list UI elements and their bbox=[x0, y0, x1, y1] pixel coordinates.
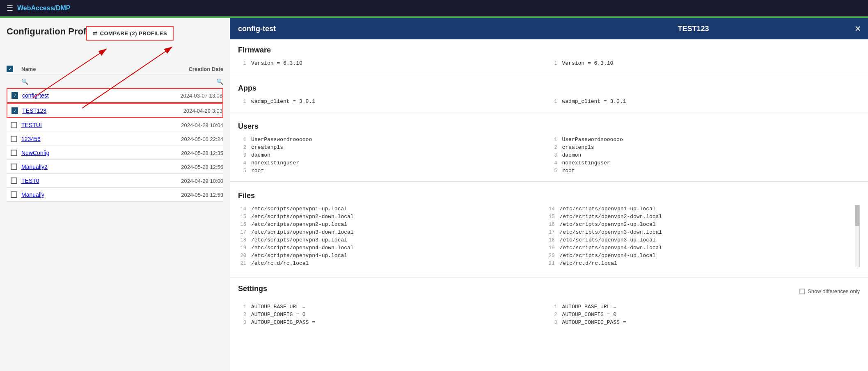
files-grid: 14/etc/scripts/openvpn1-up.local 15/etc/… bbox=[238, 205, 860, 267]
menu-icon[interactable]: ☰ bbox=[7, 4, 13, 13]
row-checkbox-7[interactable] bbox=[7, 178, 21, 184]
files-right-19: 19/etc/scripts/openvpn4-down.local bbox=[547, 244, 847, 252]
name-column-header: Name bbox=[21, 66, 158, 72]
files-right-15: 15/etc/scripts/openvpn2-down.local bbox=[547, 213, 847, 221]
files-right-21: 21/etc/rc.d/rc.local bbox=[547, 259, 847, 267]
compare-button[interactable]: ⇄ COMPARE (2) PROFILES bbox=[86, 26, 174, 41]
modal-body[interactable]: Firmware 1 Version = 6.3.10 1 Version = … bbox=[230, 39, 868, 371]
modal-header: config-test TEST123 ✕ bbox=[230, 18, 868, 39]
users-left-line-3: 3daemon bbox=[238, 151, 549, 159]
apps-left-col: 1 wadmp_client = 3.0.1 bbox=[238, 98, 549, 105]
modal-close-button[interactable]: ✕ bbox=[848, 18, 868, 39]
users-grid: 1UserPasswordnoooooo 2createnpls 3daemon… bbox=[238, 136, 860, 175]
users-right-col: 1UserPasswordnoooooo 2createnpls 3daemon… bbox=[549, 136, 860, 175]
files-right-14: 14/etc/scripts/openvpn1-up.local bbox=[547, 205, 847, 213]
row-date-1: 2024-03-07 13:08 bbox=[157, 93, 222, 99]
profile-link-8[interactable]: Manually bbox=[21, 191, 44, 198]
settings-left-line-3: 3AUTOUP_CONFIG_PASS = bbox=[238, 319, 549, 326]
files-scrollbar-thumb[interactable] bbox=[855, 205, 859, 226]
files-section: Files 14/etc/scripts/openvpn1-up.local 1… bbox=[230, 185, 868, 271]
settings-grid: 1AUTOUP_BASE_URL = 2AUTOUP_CONFIG = 0 3A… bbox=[238, 303, 860, 326]
profile-link-4[interactable]: 123456 bbox=[21, 136, 41, 142]
row-checkbox-4[interactable] bbox=[7, 136, 21, 142]
table-row: TESTUI 2024-04-29 10:04 bbox=[7, 118, 223, 132]
files-left-col: 14/etc/scripts/openvpn1-up.local 15/etc/… bbox=[238, 205, 538, 267]
users-title: Users bbox=[238, 122, 860, 131]
table-row: config-test 2024-03-07 13:08 bbox=[7, 88, 223, 103]
apps-divider bbox=[230, 112, 868, 112]
row-name-3: TESTUI bbox=[21, 122, 158, 128]
users-section: Users 1UserPasswordnoooooo 2createnpls 3… bbox=[230, 116, 868, 178]
compare-icon: ⇄ bbox=[93, 30, 98, 36]
profile-link-7[interactable]: TEST0 bbox=[21, 178, 39, 184]
files-left-19: 19/etc/scripts/openvpn4-down.local bbox=[238, 244, 538, 252]
files-left-21: 21/etc/rc.d/rc.local bbox=[238, 259, 538, 267]
apps-left-line-1: 1 wadmp_client = 3.0.1 bbox=[238, 98, 549, 105]
row-checkbox-8[interactable] bbox=[7, 191, 21, 198]
users-right-line-1: 1UserPasswordnoooooo bbox=[549, 136, 860, 143]
apps-right-line-1: 1 wadmp_client = 3.0.1 bbox=[549, 98, 860, 105]
row-date-6: 2024-05-28 12:56 bbox=[158, 164, 223, 170]
checkbox-7[interactable] bbox=[11, 178, 17, 184]
select-all-checkbox[interactable] bbox=[7, 66, 13, 72]
table-header: Name Creation Date bbox=[7, 66, 223, 75]
firmware-title: Firmware bbox=[238, 46, 860, 55]
profile-link-2[interactable]: TEST123 bbox=[22, 107, 46, 114]
profile-link-3[interactable]: TESTUI bbox=[21, 122, 42, 128]
row-checkbox-5[interactable] bbox=[7, 150, 21, 156]
row-checkbox-1[interactable] bbox=[7, 92, 22, 99]
files-left-16: 16/etc/scripts/openvpn2-up.local bbox=[238, 221, 538, 228]
files-left-15: 15/etc/scripts/openvpn2-down.local bbox=[238, 213, 538, 221]
table-row: TEST123 2024-04-29 3:03 bbox=[7, 103, 223, 118]
files-scrollbar[interactable] bbox=[855, 205, 860, 267]
checkbox-8[interactable] bbox=[11, 191, 17, 198]
settings-right-line-2: 2AUTOUP_CONFIG = 0 bbox=[549, 311, 860, 319]
checkbox-5[interactable] bbox=[11, 150, 17, 156]
modal-right-title: TEST123 bbox=[539, 25, 848, 33]
brand-logo: WebAccess/DMP bbox=[17, 5, 71, 12]
row-checkbox-3[interactable] bbox=[7, 122, 21, 128]
row-name-6: Manually2 bbox=[21, 164, 158, 170]
profile-link-1[interactable]: config-test bbox=[22, 92, 49, 99]
files-right-16: 16/etc/scripts/openvpn2-up.local bbox=[547, 221, 847, 228]
row-name-1: config-test bbox=[22, 92, 157, 99]
profiles-table: Name Creation Date 🔍 🔍 config-test 2024-… bbox=[7, 66, 223, 202]
checkbox-4[interactable] bbox=[11, 136, 17, 142]
profile-link-5[interactable]: NewConfig bbox=[21, 150, 49, 156]
row-checkbox-2[interactable] bbox=[7, 107, 22, 114]
row-name-2: TEST123 bbox=[22, 107, 157, 114]
show-diff-checkbox[interactable] bbox=[799, 289, 805, 294]
checkbox-1[interactable] bbox=[11, 92, 18, 99]
table-row: 123456 2024-05-06 22:24 bbox=[7, 132, 223, 146]
apps-section: Apps 1 wadmp_client = 3.0.1 1 wadmp_clie… bbox=[230, 77, 868, 109]
row-date-5: 2024-05-28 12:35 bbox=[158, 150, 223, 156]
settings-left-line-1: 1AUTOUP_BASE_URL = bbox=[238, 303, 549, 311]
profile-link-6[interactable]: Manually2 bbox=[21, 164, 48, 170]
files-left-18: 18/etc/scripts/openvpn3-up.local bbox=[238, 236, 538, 244]
firmware-left-line-1: 1 Version = 6.3.10 bbox=[238, 59, 549, 67]
firmware-section: Firmware 1 Version = 6.3.10 1 Version = … bbox=[230, 39, 868, 71]
users-left-line-2: 2createnpls bbox=[238, 143, 549, 151]
files-right-17: 17/etc/scripts/openvpn3-down.local bbox=[547, 228, 847, 236]
checkbox-3[interactable] bbox=[11, 122, 17, 128]
firmware-right-col: 1 Version = 6.3.10 bbox=[549, 59, 860, 67]
search-icon-right: 🔍 bbox=[216, 78, 223, 85]
main-layout: Configuration Profiles ⇄ COMPARE (2) PRO… bbox=[0, 18, 868, 371]
checkbox-2[interactable] bbox=[11, 107, 18, 114]
users-left-line-4: 4nonexistinguser bbox=[238, 159, 549, 167]
row-name-5: NewConfig bbox=[21, 150, 158, 156]
firmware-divider bbox=[230, 74, 868, 74]
row-name-4: 123456 bbox=[21, 136, 158, 142]
firmware-left-col: 1 Version = 6.3.10 bbox=[238, 59, 549, 67]
row-name-7: TEST0 bbox=[21, 178, 158, 184]
users-left-line-1: 1UserPasswordnoooooo bbox=[238, 136, 549, 143]
row-date-4: 2024-05-06 22:24 bbox=[158, 136, 223, 142]
name-search-input[interactable] bbox=[28, 79, 216, 85]
users-left-line-5: 5root bbox=[238, 167, 549, 175]
date-column-header: Creation Date bbox=[158, 66, 223, 72]
checkbox-6[interactable] bbox=[11, 164, 17, 170]
left-panel: Configuration Profiles ⇄ COMPARE (2) PRO… bbox=[0, 18, 230, 371]
table-row: Manually 2024-05-28 12:53 bbox=[7, 188, 223, 202]
files-right-20: 20/etc/scripts/openvpn4-up.local bbox=[547, 252, 847, 259]
row-checkbox-6[interactable] bbox=[7, 164, 21, 170]
